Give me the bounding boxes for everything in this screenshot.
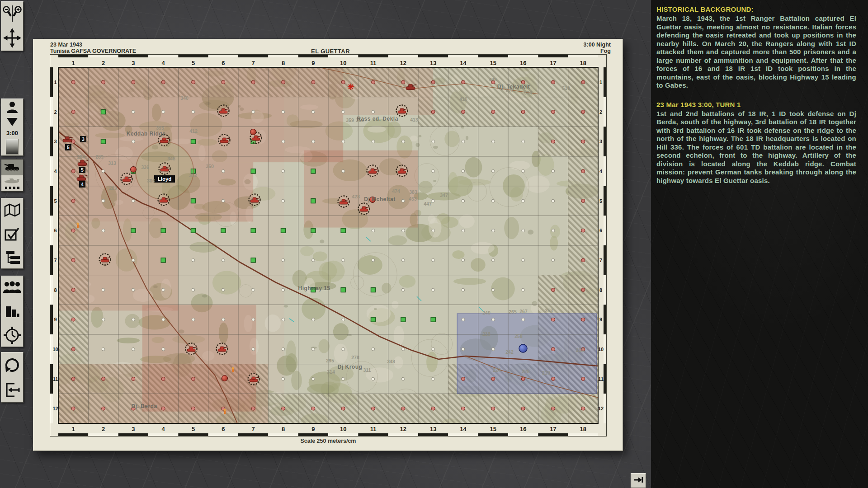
svg-text:348: 348 <box>387 359 395 364</box>
svg-text:289: 289 <box>95 154 104 160</box>
svg-text:289: 289 <box>109 185 117 191</box>
svg-text:383: 383 <box>409 189 417 195</box>
game-screen: { "window": { "header": { "date": "23 Ma… <box>0 0 868 488</box>
svg-text:3: 3 <box>132 426 135 432</box>
map-header: 23 Mar 1943Tunisia GAFSA GOVERNORATE EL … <box>50 42 611 55</box>
svg-text:3: 3 <box>132 60 135 66</box>
deploy-button[interactable] <box>1 115 23 129</box>
svg-text:10: 10 <box>340 426 346 432</box>
svg-text:Rass ed. Dekla: Rass ed. Dekla <box>357 116 398 122</box>
svg-text:7: 7 <box>54 258 57 263</box>
svg-text:348: 348 <box>167 156 175 161</box>
svg-text:9: 9 <box>54 317 57 322</box>
svg-text:10: 10 <box>340 60 346 66</box>
svg-text:13: 13 <box>430 60 436 66</box>
time-settings-button[interactable] <box>1 323 23 347</box>
svg-text:295: 295 <box>326 358 334 363</box>
svg-text:510: 510 <box>562 85 570 91</box>
svg-text:18: 18 <box>580 426 586 432</box>
zoom-tool-button[interactable] <box>1 2 23 25</box>
pan-tool-button[interactable] <box>1 25 23 51</box>
svg-text:359: 359 <box>346 117 354 123</box>
map-date: 23 Mar 1943 <box>50 42 82 48</box>
svg-text:1: 1 <box>72 60 75 66</box>
personnel-button[interactable] <box>1 276 23 299</box>
svg-text:14: 14 <box>460 426 467 432</box>
clock-icon <box>3 326 21 344</box>
svg-text:7: 7 <box>252 60 255 66</box>
svg-text:314: 314 <box>327 369 335 375</box>
svg-text:395: 395 <box>156 125 164 131</box>
svg-text:447: 447 <box>424 201 432 206</box>
tactical-map[interactable]: 1122334455667788991010111112121313141415… <box>50 54 607 436</box>
toolbar-panel-session <box>1 352 24 403</box>
org-structure-button[interactable] <box>1 246 23 269</box>
airplane-icon <box>3 178 21 186</box>
svg-text:5: 5 <box>192 60 195 66</box>
svg-text:Dj. Berda: Dj. Berda <box>131 403 157 409</box>
svg-text:8: 8 <box>54 287 57 293</box>
light-gradient-icon <box>6 139 19 155</box>
svg-text:11: 11 <box>370 426 377 432</box>
briefing-section: HISTORICAL BACKGROUND: March 18, 1943, t… <box>656 5 856 90</box>
map-view-button[interactable] <box>1 198 23 222</box>
svg-text:7: 7 <box>599 258 602 263</box>
briefing-panel: HISTORICAL BACKGROUND: March 18, 1943, t… <box>651 0 868 488</box>
svg-text:11: 11 <box>53 376 58 382</box>
svg-text:13: 13 <box>430 426 436 432</box>
refresh-icon <box>4 357 21 374</box>
tank-icon <box>4 161 20 174</box>
svg-text:12: 12 <box>598 406 604 411</box>
svg-text:4: 4 <box>162 60 165 66</box>
tasks-button[interactable] <box>1 222 23 246</box>
svg-text:264: 264 <box>77 154 85 160</box>
svg-text:Dj Kroug: Dj Kroug <box>338 364 363 370</box>
svg-text:2: 2 <box>599 109 602 115</box>
bar-chart-icon <box>5 304 19 318</box>
svg-text:278: 278 <box>351 355 359 360</box>
svg-text:265: 265 <box>509 309 517 314</box>
map-weather: Fog <box>600 48 611 54</box>
svg-text:412: 412 <box>189 128 198 134</box>
svg-text:225: 225 <box>522 369 530 374</box>
svg-text:224: 224 <box>493 367 501 373</box>
map-time-weather: 3:00 NightFog <box>584 42 611 54</box>
svg-text:5: 5 <box>599 198 602 204</box>
restart-button[interactable] <box>1 352 23 378</box>
svg-text:10: 10 <box>598 347 604 352</box>
ground-units-tab[interactable] <box>1 160 23 175</box>
svg-text:8: 8 <box>282 60 285 66</box>
svg-text:267: 267 <box>519 309 528 314</box>
svg-text:258: 258 <box>514 333 523 339</box>
svg-text:17: 17 <box>550 60 556 66</box>
toolbar-panel-stats <box>1 276 24 347</box>
time-value: 3:00 <box>6 130 18 136</box>
statistics-button[interactable] <box>1 299 23 323</box>
time-display: 3:00 <box>1 129 23 137</box>
svg-text:499: 499 <box>489 77 497 82</box>
svg-text:1: 1 <box>599 80 602 85</box>
svg-text:12: 12 <box>52 406 58 411</box>
exit-button[interactable] <box>1 378 23 402</box>
end-turn-button[interactable] <box>631 473 646 488</box>
svg-text:11: 11 <box>598 376 604 382</box>
map-title: EL GUETTAR <box>50 48 611 55</box>
checkbox-check-icon <box>4 227 20 241</box>
svg-text:6: 6 <box>222 426 225 432</box>
svg-text:6: 6 <box>599 228 602 233</box>
svg-text:1: 1 <box>72 426 75 432</box>
svg-text:4: 4 <box>54 169 57 174</box>
air-units-tab[interactable] <box>1 175 23 191</box>
svg-text:428: 428 <box>352 194 360 199</box>
svg-text:306: 306 <box>147 178 155 183</box>
turn-title: 23 Mar 1943 3:00, TURN 1 <box>656 101 856 108</box>
svg-text:410: 410 <box>459 96 467 102</box>
svg-text:240: 240 <box>482 310 491 315</box>
svg-text:9: 9 <box>599 317 602 322</box>
svg-text:453: 453 <box>409 196 417 202</box>
commander-button[interactable] <box>1 99 23 115</box>
exit-door-icon <box>4 382 21 398</box>
svg-text:11: 11 <box>370 60 377 66</box>
air-slot-squares <box>5 187 19 189</box>
people-group-icon <box>3 281 22 294</box>
